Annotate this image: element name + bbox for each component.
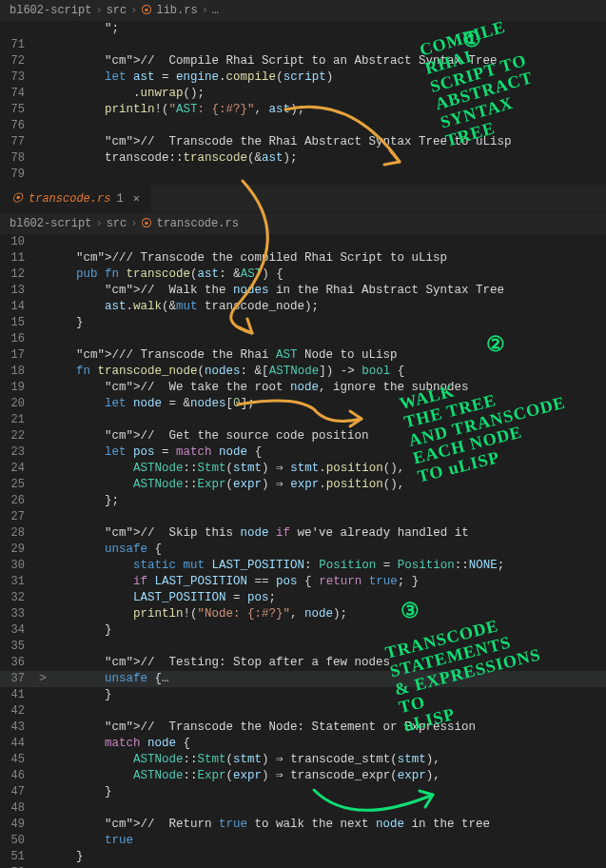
code-content[interactable]: }; xyxy=(48,493,606,509)
code-line[interactable]: 72 "cm">// Compile Rhai Script to an Abs… xyxy=(0,53,606,69)
code-line[interactable]: 46 ASTNode::Expr(expr) ⇒ transcode_expr(… xyxy=(0,768,606,784)
code-line[interactable]: 20 let node = &nodes[0]; xyxy=(0,396,606,412)
code-line[interactable]: 41 } xyxy=(0,687,606,703)
code-content[interactable]: ASTNode::Expr(expr) ⇒ transcode_expr(exp… xyxy=(48,768,606,784)
code-content[interactable]: println!("AST: {:#?}", ast); xyxy=(48,102,606,118)
bc-root[interactable]: bl602-script xyxy=(10,4,91,17)
code-content[interactable]: ASTNode::Stmt(stmt) ⇒ stmt.position(), xyxy=(48,461,606,477)
code-content[interactable] xyxy=(48,118,606,134)
code-content[interactable]: "; xyxy=(48,21,606,37)
code-line[interactable]: 29 unsafe { xyxy=(0,542,606,558)
code-content[interactable]: "cm">// Return true to walk the next nod… xyxy=(48,817,606,833)
code-content[interactable]: pub fn transcode(ast: &AST) { xyxy=(48,266,606,283)
code-content[interactable]: } xyxy=(48,687,606,703)
code-content[interactable]: let pos = match node { xyxy=(48,444,606,461)
code-content[interactable]: "cm">/// Transcode the compiled Rhai Scr… xyxy=(48,250,606,266)
code-line[interactable]: 47 } xyxy=(0,784,606,800)
code-line[interactable]: 19 "cm">// We take the root node, ignore… xyxy=(0,380,606,396)
code-line[interactable]: 21 xyxy=(0,412,606,428)
code-content[interactable]: ASTNode::Stmt(stmt) ⇒ transcode_stmt(stm… xyxy=(48,752,606,768)
code-content[interactable] xyxy=(48,703,606,720)
code-line[interactable]: 24 ASTNode::Stmt(stmt) ⇒ stmt.position()… xyxy=(0,461,606,477)
code-line[interactable]: 45 ASTNode::Stmt(stmt) ⇒ transcode_stmt(… xyxy=(0,752,606,768)
code-line[interactable]: "; xyxy=(0,21,606,37)
code-content[interactable]: "cm">// We take the root node, ignore th… xyxy=(48,380,606,396)
code-line[interactable]: 74 .unwrap(); xyxy=(0,86,606,102)
code-content[interactable]: match node { xyxy=(48,736,606,752)
code-content[interactable]: .unwrap(); xyxy=(48,86,606,102)
bc-file[interactable]: lib.rs xyxy=(156,4,197,17)
code-content[interactable]: true xyxy=(48,833,606,849)
editor-lib-rs[interactable]: ";71 72 "cm">// Compile Rhai Script to a… xyxy=(0,21,606,185)
code-line[interactable]: 23 let pos = match node { xyxy=(0,444,606,461)
tab-transcode[interactable]: ⦿ transcode.rs 1 ✕ xyxy=(0,185,152,212)
code-content[interactable]: "cm">// Walk the nodes in the Rhai Abstr… xyxy=(48,283,606,299)
code-line[interactable]: 49 "cm">// Return true to walk the next … xyxy=(0,817,606,833)
code-line[interactable]: 27 xyxy=(0,509,606,525)
code-content[interactable] xyxy=(48,412,606,428)
code-content[interactable]: unsafe {… xyxy=(48,671,606,687)
bc-root[interactable]: bl602-script xyxy=(10,217,91,230)
code-line[interactable]: 26 }; xyxy=(0,493,606,509)
code-line[interactable]: 76 xyxy=(0,118,606,134)
code-line[interactable]: 15 } xyxy=(0,315,606,331)
code-line[interactable]: 78 transcode::transcode(&ast); xyxy=(0,150,606,167)
code-line[interactable]: 33 println!("Node: {:#?}", node); xyxy=(0,606,606,622)
code-line[interactable]: 51 } xyxy=(0,849,606,865)
bc-src[interactable]: src xyxy=(107,217,127,230)
code-content[interactable]: fn transcode_node(nodes: &[ASTNode]) -> … xyxy=(48,364,606,380)
code-line[interactable]: 50 true xyxy=(0,833,606,849)
code-line[interactable]: 77 "cm">// Transcode the Rhai Abstract S… xyxy=(0,134,606,150)
code-line[interactable]: 32 LAST_POSITION = pos; xyxy=(0,590,606,606)
code-content[interactable] xyxy=(48,509,606,525)
code-line[interactable]: 75 println!("AST: {:#?}", ast); xyxy=(0,102,606,118)
code-line[interactable]: 73 let ast = engine.compile(script) xyxy=(0,69,606,86)
code-line[interactable]: 79 xyxy=(0,167,606,183)
code-content[interactable]: println!("Node: {:#?}", node); xyxy=(48,606,606,622)
code-line[interactable]: 16 xyxy=(0,331,606,347)
code-content[interactable]: unsafe { xyxy=(48,542,606,558)
code-content[interactable]: ASTNode::Expr(expr) ⇒ expr.position(), xyxy=(48,477,606,493)
close-icon[interactable]: ✕ xyxy=(133,191,140,206)
code-line[interactable]: 17 "cm">/// Transcode the Rhai AST Node … xyxy=(0,347,606,364)
code-content[interactable] xyxy=(48,639,606,655)
code-content[interactable] xyxy=(48,331,606,347)
code-content[interactable] xyxy=(48,800,606,817)
code-content[interactable]: static mut LAST_POSITION: Position = Pos… xyxy=(48,558,606,574)
code-line[interactable]: 42 xyxy=(0,703,606,720)
code-content[interactable]: "cm">// Transcode the Node: Statement or… xyxy=(48,720,606,736)
code-line[interactable]: 28 "cm">// Skip this node if we've alrea… xyxy=(0,525,606,542)
code-line[interactable]: 25 ASTNode::Expr(expr) ⇒ expr.position()… xyxy=(0,477,606,493)
code-content[interactable]: ast.walk(&mut transcode_node); xyxy=(48,299,606,315)
code-line[interactable]: 10 xyxy=(0,234,606,250)
code-content[interactable]: } xyxy=(48,849,606,865)
code-content[interactable] xyxy=(48,37,606,53)
bc-file[interactable]: transcode.rs xyxy=(156,217,238,230)
code-content[interactable]: "cm">// Compile Rhai Script to an Abstra… xyxy=(48,53,606,69)
code-content[interactable]: let node = &nodes[0]; xyxy=(48,396,606,412)
code-line[interactable]: 44 match node { xyxy=(0,736,606,752)
code-line[interactable]: 14 ast.walk(&mut transcode_node); xyxy=(0,299,606,315)
code-content[interactable] xyxy=(48,234,606,250)
code-line[interactable]: 35 xyxy=(0,639,606,655)
code-content[interactable]: } xyxy=(48,622,606,639)
bc-src[interactable]: src xyxy=(107,4,127,17)
code-content[interactable]: "cm">// Testing: Stop after a few nodes xyxy=(48,655,606,671)
code-line[interactable]: 13 "cm">// Walk the nodes in the Rhai Ab… xyxy=(0,283,606,299)
code-content[interactable]: } xyxy=(48,784,606,800)
code-line[interactable]: 30 static mut LAST_POSITION: Position = … xyxy=(0,558,606,574)
code-content[interactable]: transcode::transcode(&ast); xyxy=(48,150,606,167)
code-content[interactable]: "cm">/// Transcode the Rhai AST Node to … xyxy=(48,347,606,364)
code-line[interactable]: 34 } xyxy=(0,622,606,639)
code-line[interactable]: 43 "cm">// Transcode the Node: Statement… xyxy=(0,720,606,736)
code-line[interactable]: 22 "cm">// Get the source code position xyxy=(0,428,606,444)
code-content[interactable]: LAST_POSITION = pos; xyxy=(48,590,606,606)
code-line[interactable]: 37> unsafe {… xyxy=(0,671,606,687)
code-line[interactable]: 12 pub fn transcode(ast: &AST) { xyxy=(0,266,606,283)
code-content[interactable]: } xyxy=(48,315,606,331)
editor-transcode-rs[interactable]: 10 11 "cm">/// Transcode the compiled Rh… xyxy=(0,234,606,868)
code-line[interactable]: 36 "cm">// Testing: Stop after a few nod… xyxy=(0,655,606,671)
code-content[interactable]: "cm">// Get the source code position xyxy=(48,428,606,444)
code-content[interactable]: if LAST_POSITION == pos { return true; } xyxy=(48,574,606,590)
code-line[interactable]: 48 xyxy=(0,800,606,817)
